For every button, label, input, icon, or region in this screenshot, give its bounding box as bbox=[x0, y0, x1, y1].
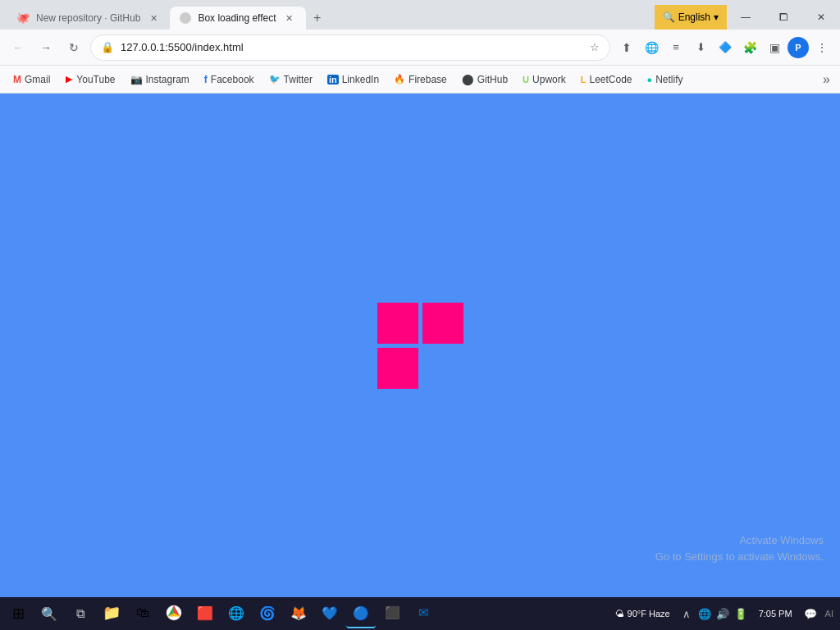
network-icon[interactable]: 🌐 bbox=[696, 605, 713, 622]
watermark-line1: Activate Windows bbox=[655, 532, 824, 549]
share-button[interactable]: ⬆ bbox=[615, 36, 638, 59]
bookmark-leetcode[interactable]: L LeetCode bbox=[574, 71, 639, 89]
taskbar-app-vscode[interactable]: 💙 bbox=[315, 599, 345, 628]
taskbar-app-terminal[interactable]: ⬛ bbox=[377, 599, 407, 628]
taskbar-app-store[interactable]: 🛍 bbox=[128, 599, 158, 628]
translate-button[interactable]: 🌐 bbox=[640, 36, 663, 59]
taskbar-app-browser[interactable]: 🔵 bbox=[346, 599, 376, 628]
bookmark-facebook[interactable]: f Facebook bbox=[198, 71, 261, 89]
toolbar-actions: ⬆ 🌐 ≡ ⬇ 🔷 🧩 ▣ P ⋮ bbox=[615, 36, 833, 59]
bookmark-github-label: GitHub bbox=[477, 74, 508, 85]
tab-row: 🐙 New repository · GitHub ✕ Box loading … bbox=[0, 0, 840, 30]
bookmark-github[interactable]: ⬤ GitHub bbox=[455, 70, 514, 89]
upwork-favicon: U bbox=[523, 75, 529, 84]
vscode-icon: 💙 bbox=[322, 605, 338, 621]
taskbar-clock[interactable]: 7:05 PM bbox=[752, 609, 799, 619]
taskbar: ⊞ 🔍 ⧉ 📁 🛍 🟥 🌐 bbox=[0, 597, 840, 630]
minimize-button[interactable]: — bbox=[727, 5, 765, 30]
mail-icon: ✉ bbox=[418, 605, 429, 620]
back-button[interactable]: ← bbox=[7, 36, 30, 59]
close-button[interactable]: ✕ bbox=[802, 5, 840, 30]
box-empty bbox=[422, 348, 463, 389]
star-icon[interactable]: ☆ bbox=[590, 41, 600, 53]
taskbar-app-chrome[interactable] bbox=[159, 599, 189, 628]
url-text: 127.0.0.1:5500/index.html bbox=[121, 41, 583, 53]
sidebar-button[interactable]: ▣ bbox=[763, 36, 786, 59]
bookmarks-bar: M Gmail ▶ YouTube 📷 Instagram f Facebook… bbox=[0, 66, 840, 94]
bookmark-firebase[interactable]: 🔥 Firebase bbox=[387, 71, 454, 89]
more-button[interactable]: ⋮ bbox=[810, 36, 833, 59]
start-button[interactable]: ⊞ bbox=[3, 599, 33, 628]
tabs-section: 🐙 New repository · GitHub ✕ Box loading … bbox=[0, 7, 655, 30]
main-content: Activate Windows Go to Settings to activ… bbox=[0, 94, 840, 597]
restore-button[interactable]: ⧠ bbox=[765, 5, 802, 30]
firebase-favicon: 🔥 bbox=[394, 74, 405, 84]
lock-icon: 🔒 bbox=[101, 41, 114, 53]
clock-time: 7:05 PM bbox=[759, 609, 792, 619]
loader-row-1 bbox=[377, 303, 463, 344]
tab-github-close[interactable]: ✕ bbox=[147, 11, 160, 25]
wallet-button[interactable]: 🔷 bbox=[714, 36, 737, 59]
chrome-icon bbox=[166, 605, 182, 621]
box-2 bbox=[422, 303, 463, 344]
windows-watermark: Activate Windows Go to Settings to activ… bbox=[655, 532, 824, 564]
box-3 bbox=[377, 348, 418, 389]
bookmark-linkedin[interactable]: in LinkedIn bbox=[321, 71, 386, 89]
taskbar-app-app2[interactable]: 🌐 bbox=[221, 599, 251, 628]
bookmark-youtube[interactable]: ▶ YouTube bbox=[58, 71, 121, 89]
tab-loading-favicon bbox=[180, 12, 191, 24]
gmail-favicon: M bbox=[13, 74, 21, 85]
taskbar-app-mail[interactable]: ✉ bbox=[409, 599, 438, 628]
bookmark-gmail-label: Gmail bbox=[25, 74, 50, 85]
explorer-icon: 📁 bbox=[103, 604, 121, 622]
new-tab-button[interactable]: + bbox=[306, 7, 329, 30]
taskbar-app-explorer[interactable]: 📁 bbox=[97, 599, 126, 628]
bookmark-leetcode-label: LeetCode bbox=[589, 74, 632, 85]
taskbar-app-app1[interactable]: 🟥 bbox=[190, 599, 220, 628]
bookmark-upwork[interactable]: U Upwork bbox=[516, 71, 573, 89]
notification-button[interactable]: 💬 bbox=[802, 605, 819, 622]
firefox-icon: 🦊 bbox=[290, 605, 307, 621]
tab-loading-close[interactable]: ✕ bbox=[283, 11, 296, 25]
bookmarks-more-button[interactable]: » bbox=[819, 69, 833, 90]
bookmark-twitter-label: Twitter bbox=[284, 74, 313, 85]
bookmark-firebase-label: Firebase bbox=[409, 74, 447, 85]
terminal-icon: ⬛ bbox=[385, 605, 400, 620]
profile-avatar[interactable]: P bbox=[788, 37, 809, 58]
tab-loading[interactable]: Box loading effect ✕ bbox=[170, 7, 305, 30]
lang-indicator[interactable]: 🔍 English ▾ bbox=[655, 5, 727, 30]
linkedin-favicon: in bbox=[327, 75, 339, 84]
forward-button[interactable]: → bbox=[34, 36, 57, 59]
bookmark-instagram[interactable]: 📷 Instagram bbox=[124, 71, 196, 89]
taskbar-app-firefox[interactable]: 🦊 bbox=[284, 599, 313, 628]
taskbar-search[interactable]: 🔍 bbox=[34, 599, 64, 628]
watermark-line2: Go to Settings to activate Windows. bbox=[655, 549, 824, 565]
twitter-favicon: 🐦 bbox=[269, 74, 281, 84]
battery-icon[interactable]: 🔋 bbox=[733, 605, 749, 622]
taskbar-right: 🌤 90°F Haze ∧ 🌐 🔊 🔋 7:05 PM 💬 AI bbox=[610, 605, 837, 622]
bookmark-netlify[interactable]: ● Netlify bbox=[641, 71, 690, 89]
tab-github[interactable]: 🐙 New repository · GitHub ✕ bbox=[7, 7, 170, 30]
app1-icon: 🟥 bbox=[197, 605, 213, 621]
bookmark-youtube-label: YouTube bbox=[76, 74, 115, 85]
bookmark-gmail[interactable]: M Gmail bbox=[7, 71, 57, 89]
window-controls: — ⧠ ✕ bbox=[727, 5, 840, 30]
leetcode-favicon: L bbox=[581, 75, 587, 84]
bookmark-instagram-label: Instagram bbox=[146, 74, 189, 85]
save-button[interactable]: ⬇ bbox=[689, 36, 712, 59]
extensions-button[interactable]: 🧩 bbox=[738, 36, 761, 59]
address-bar[interactable]: 🔒 127.0.0.1:5500/index.html ☆ bbox=[90, 34, 610, 61]
sound-icon[interactable]: 🔊 bbox=[714, 605, 731, 622]
taskbar-app-edge[interactable]: 🌀 bbox=[253, 599, 282, 628]
browser-icon: 🔵 bbox=[353, 605, 369, 621]
chevron-icon[interactable]: ∧ bbox=[678, 605, 695, 622]
taskbar-weather[interactable]: 🌤 90°F Haze bbox=[610, 609, 675, 619]
task-view-button[interactable]: ⧉ bbox=[66, 599, 95, 628]
reload-button[interactable]: ↻ bbox=[62, 36, 85, 59]
reading-list-button[interactable]: ≡ bbox=[664, 36, 687, 59]
bookmark-twitter[interactable]: 🐦 Twitter bbox=[262, 71, 319, 89]
taskbar-ai-label[interactable]: AI bbox=[822, 609, 837, 619]
chevron-down-icon: ▾ bbox=[714, 11, 719, 23]
weather-icon: 🌤 bbox=[615, 609, 624, 619]
lang-label: English bbox=[678, 11, 710, 23]
